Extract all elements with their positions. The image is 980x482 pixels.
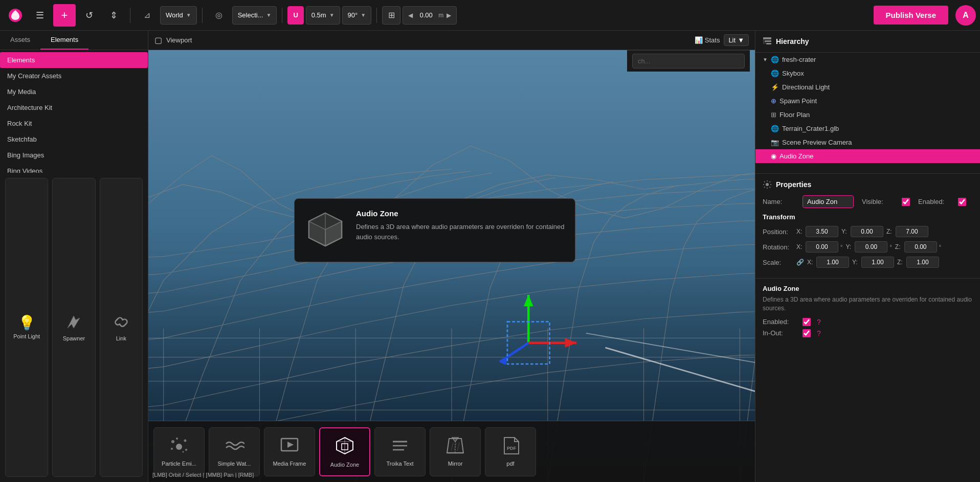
properties-title: Properties xyxy=(776,180,811,189)
scale-z-input[interactable] xyxy=(906,257,939,268)
audio-enabled-checkbox[interactable] xyxy=(803,318,811,326)
mirror-label: Mirror xyxy=(448,461,463,467)
hierarchy-item-directional-light[interactable]: ⚡ Directional Light xyxy=(755,80,980,94)
svg-text:PDF: PDF xyxy=(507,446,517,451)
enabled-label: Enabled: xyxy=(918,198,954,205)
enabled-checkbox[interactable] xyxy=(958,198,966,206)
hierarchy-item-floor-plan[interactable]: ⊞ Floor Plan xyxy=(755,108,980,122)
troika-text-icon xyxy=(390,437,410,457)
position-label: Position: xyxy=(763,228,793,236)
offset-input[interactable]: 0.00 xyxy=(416,11,436,19)
element-spawner[interactable]: Spawner xyxy=(52,178,95,477)
lit-dropdown[interactable]: Lit ▼ xyxy=(724,34,749,46)
element-mirror[interactable]: Mirror xyxy=(430,427,481,476)
tab-assets[interactable]: Assets xyxy=(0,31,40,50)
offset-decrease[interactable]: ◀ xyxy=(407,12,414,19)
rotation-x-input[interactable] xyxy=(806,241,838,253)
sidebar-item-architecture-kit[interactable]: Architecture Kit xyxy=(0,100,148,116)
hierarchy-item-terrain-crater[interactable]: 🌐 Terrain_Crater1.glb xyxy=(755,122,980,135)
position-x-input[interactable] xyxy=(806,226,838,237)
audio-enabled-help[interactable]: ? xyxy=(817,318,821,326)
selection-icon: ◎ xyxy=(208,4,230,27)
name-input[interactable] xyxy=(803,195,854,208)
audio-enabled-label: Enabled: xyxy=(763,318,798,326)
properties-header: Properties xyxy=(763,180,973,189)
element-particle-emitter[interactable]: Particle Emi... xyxy=(153,427,205,476)
angle-dropdown[interactable]: 90° ▼ xyxy=(342,6,372,25)
separator-3 xyxy=(282,8,282,23)
expand-arrow: ▼ xyxy=(763,57,768,62)
sidebar-item-bing-videos[interactable]: Bing Videos xyxy=(0,163,148,173)
rotation-z-input[interactable] xyxy=(904,241,937,253)
audio-zone-prop-title: Audio Zone xyxy=(763,285,973,292)
sidebar-item-bing-images[interactable]: Bing Images xyxy=(0,147,148,163)
separator-2 xyxy=(202,8,203,23)
transform-header: Transform xyxy=(763,213,973,221)
viewport-canvas[interactable]: Audio Zone Defines a 3D area where audio… xyxy=(148,50,755,482)
scale-row: Scale: 🔗 X: Y: Z: xyxy=(763,257,973,268)
menu-button[interactable]: ☰ xyxy=(29,4,51,27)
hierarchy-item-spawn-point[interactable]: ⊕ Spawn Point xyxy=(755,94,980,108)
audio-inout-checkbox[interactable] xyxy=(803,329,811,337)
offset-increase[interactable]: ▶ xyxy=(446,12,452,19)
hierarchy-item-audio-zone[interactable]: ◉ Audio Zone xyxy=(755,149,980,163)
hierarchy-item-skybox[interactable]: 🌐 Skybox xyxy=(755,66,980,80)
element-audio-zone[interactable]: Audio Zone xyxy=(319,427,370,476)
tooltip-description: Defines a 3D area where audio parameters… xyxy=(356,222,565,242)
element-link[interactable]: Link xyxy=(100,178,143,477)
u-button[interactable]: U xyxy=(287,6,303,25)
svg-point-25 xyxy=(184,440,187,442)
grid-button[interactable]: ⊞ xyxy=(382,6,400,25)
separator-4 xyxy=(376,8,377,23)
add-button[interactable]: + xyxy=(53,4,76,27)
viewport-title: Viewport xyxy=(166,36,192,44)
move-button[interactable]: ⇕ xyxy=(102,4,125,27)
search-input[interactable] xyxy=(632,54,745,68)
world-dropdown[interactable]: World ▼ xyxy=(160,6,197,25)
svg-point-28 xyxy=(176,438,178,440)
scale-label: Scale: xyxy=(763,259,793,266)
element-media-frame[interactable]: Media Frame xyxy=(264,427,315,476)
sidebar-item-sketchfab[interactable]: Sketchfab xyxy=(0,131,148,147)
position-z-input[interactable] xyxy=(896,226,928,237)
visible-checkbox[interactable] xyxy=(902,198,910,206)
audio-inout-row: In-Out: ? xyxy=(763,329,973,337)
stats-button[interactable]: 📊 Stats xyxy=(695,36,720,44)
svg-point-29 xyxy=(183,451,184,453)
audio-zone-icon xyxy=(335,435,355,458)
hierarchy-item-scene-preview-camera[interactable]: 📷 Scene Preview Camera xyxy=(755,135,980,149)
logo-button[interactable] xyxy=(4,4,27,27)
scale-y-input[interactable] xyxy=(861,257,894,268)
scale-x-input[interactable] xyxy=(816,257,849,268)
sidebar-item-my-creator-assets[interactable]: My Creator Assets xyxy=(0,68,148,84)
tooltip-popup: Audio Zone Defines a 3D area where audio… xyxy=(294,198,575,262)
rotation-z-group: Z: ° xyxy=(895,241,941,253)
scale-z-group: Z: xyxy=(897,257,939,268)
refresh-button[interactable]: ↺ xyxy=(78,4,100,27)
scale-x-group: X: xyxy=(807,257,849,268)
user-avatar[interactable]: A xyxy=(955,5,976,26)
element-troika-text[interactable]: Troika Text xyxy=(374,427,426,476)
prop-name-row: Name: Visible: Enabled: xyxy=(763,195,973,208)
rotation-y-input[interactable] xyxy=(855,241,887,253)
element-point-light[interactable]: 💡 Point Light xyxy=(5,178,48,477)
hierarchy-item-fresh-crater[interactable]: ▼ 🌐 fresh-crater xyxy=(755,53,980,66)
selection-dropdown[interactable]: Selecti... ▼ xyxy=(232,6,277,25)
right-panel: Hierarchy ▼ 🌐 fresh-crater 🌐 Skybox ⚡ Di… xyxy=(755,31,980,482)
tab-elements[interactable]: Elements xyxy=(40,31,88,50)
sidebar-item-rock-kit[interactable]: Rock Kit xyxy=(0,116,148,131)
separator-1 xyxy=(130,8,130,23)
scale-link-icon[interactable]: 🔗 xyxy=(796,259,804,266)
audio-inout-help[interactable]: ? xyxy=(817,329,821,337)
point-light-icon: 💡 xyxy=(18,316,36,330)
sidebar-item-elements[interactable]: Elements xyxy=(0,52,148,68)
element-pdf[interactable]: PDF pdf xyxy=(485,427,536,476)
angle-dropdown-arrow: ▼ xyxy=(361,12,366,18)
spawner-icon xyxy=(65,314,82,332)
troika-text-label: Troika Text xyxy=(386,461,413,467)
sidebar-item-my-media[interactable]: My Media xyxy=(0,84,148,100)
snap-dropdown[interactable]: 0.5m ▼ xyxy=(306,6,340,25)
publish-button[interactable]: Publish Verse xyxy=(874,6,948,25)
position-y-input[interactable] xyxy=(851,226,883,237)
element-simple-water[interactable]: Simple Wat... xyxy=(209,427,260,476)
